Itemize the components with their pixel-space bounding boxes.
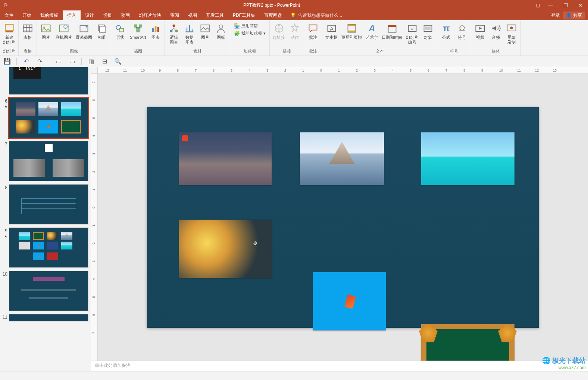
- hyperlink-button[interactable]: 超链接: [271, 22, 287, 41]
- object-button[interactable]: 对象: [420, 22, 435, 41]
- picture2-button[interactable]: 图片: [198, 22, 213, 41]
- slide-image-beach[interactable]: [421, 132, 514, 185]
- logic-chart-button[interactable]: 逻辑 图表: [166, 22, 181, 45]
- tell-me-icon[interactable]: 💡: [290, 13, 296, 18]
- close-button[interactable]: ✕: [573, 0, 588, 10]
- tab-home[interactable]: 开始: [18, 10, 36, 20]
- comment-button[interactable]: 批注: [306, 22, 320, 41]
- slide-edit-area: 121110987654321012345678910111213 765432…: [91, 67, 588, 371]
- new-slide-button[interactable]: 新建 幻灯片: [1, 22, 17, 45]
- qat-btn-3[interactable]: ▥: [87, 57, 95, 66]
- ribbon-display-options-icon[interactable]: ⎘: [0, 3, 11, 8]
- icon-button[interactable]: 图标: [213, 22, 228, 41]
- horizontal-ruler[interactable]: 121110987654321012345678910111213: [98, 67, 588, 74]
- slide-number-5: [2, 67, 9, 95]
- qat-btn-4[interactable]: ⊟: [100, 57, 109, 66]
- equation-button[interactable]: π 公式: [439, 22, 454, 41]
- datetime-button[interactable]: 日期和时间: [380, 22, 404, 41]
- svg-point-38: [510, 26, 513, 29]
- video-button[interactable]: 视频: [473, 22, 488, 41]
- symbol-button[interactable]: Ω 符号: [454, 22, 469, 41]
- table-button[interactable]: 表格: [20, 22, 35, 41]
- my-addins-button[interactable]: 🧩 我的加载项 ▾: [232, 30, 267, 37]
- svg-text:#: #: [411, 26, 414, 31]
- slide-thumb-7[interactable]: [9, 141, 88, 181]
- vertical-ruler[interactable]: 765432101234567: [91, 74, 98, 361]
- group-illustrations-label: 插图: [113, 48, 163, 55]
- tab-animations[interactable]: 动画: [116, 10, 134, 20]
- slide-image-chalkboard[interactable]: [421, 324, 514, 361]
- data-chart-button[interactable]: 数据 图表: [182, 22, 197, 45]
- comment-icon: [307, 22, 319, 34]
- slide-thumb-5[interactable]: ε=mc²: [9, 67, 88, 95]
- slide-number-11: 11: [2, 314, 9, 321]
- tab-pdf[interactable]: PDF工具集: [228, 10, 260, 20]
- header-footer-button[interactable]: 页眉和页脚: [340, 22, 363, 41]
- data-chart-icon: [184, 22, 196, 34]
- screenshot-icon: [78, 22, 90, 34]
- online-pictures-button[interactable]: 联机图片: [54, 22, 74, 41]
- slide-image-office-logo[interactable]: [313, 272, 386, 330]
- photo-album-button[interactable]: 相册: [94, 22, 109, 41]
- tab-developer[interactable]: 开发工具: [201, 10, 228, 20]
- audio-button[interactable]: 音频: [488, 22, 503, 41]
- shapes-button[interactable]: 形状: [113, 22, 128, 41]
- tab-insert[interactable]: 插入: [63, 10, 81, 20]
- slide-thumb-6[interactable]: [9, 98, 88, 138]
- pictures-button[interactable]: 图片: [38, 22, 53, 41]
- screen-recording-icon: [506, 22, 517, 34]
- slide-thumb-8[interactable]: [9, 184, 88, 224]
- action-button[interactable]: 动作: [287, 22, 302, 41]
- slide-canvas-wrapper[interactable]: ✥: [98, 74, 588, 361]
- textbox-button[interactable]: A 文本框: [324, 22, 339, 41]
- slide-canvas[interactable]: ✥: [147, 107, 539, 328]
- slide-thumb-10[interactable]: [9, 271, 88, 311]
- svg-rect-1: [23, 25, 32, 32]
- slide-thumbnail-panel[interactable]: ε=mc² 6★ 7 8: [0, 67, 91, 371]
- login-link[interactable]: 登录: [551, 12, 560, 19]
- minimize-button[interactable]: —: [543, 0, 558, 10]
- screen-recording-button[interactable]: 屏幕 录制: [504, 22, 519, 45]
- tab-baidu[interactable]: 百度网盘: [260, 10, 287, 20]
- tell-me-input[interactable]: 告诉我您想要做什么...: [298, 12, 342, 19]
- logic-chart-icon: [168, 22, 180, 34]
- tab-mytemplates[interactable]: 我的模板: [36, 10, 63, 20]
- slide-number-icon: #: [406, 22, 418, 34]
- screenshot-button[interactable]: 屏幕截图: [74, 22, 94, 41]
- tab-design[interactable]: 设计: [81, 10, 98, 20]
- wordart-button[interactable]: A 艺术字: [364, 22, 379, 41]
- maximize-button[interactable]: ☐: [558, 0, 573, 10]
- slide-thumb-9[interactable]: [9, 227, 88, 268]
- office-badge-icon: [182, 135, 188, 141]
- store-button[interactable]: 🏪 应用商店: [232, 22, 267, 29]
- qat-btn-1[interactable]: ▭: [54, 57, 63, 66]
- notes-pane[interactable]: 单击此处添加备注: [91, 361, 588, 371]
- slide-image-leaf[interactable]: ✥: [179, 220, 272, 278]
- save-button[interactable]: 💾: [3, 57, 11, 66]
- icon-icon: [215, 22, 227, 34]
- slide-number-button[interactable]: # 幻灯片 编号: [404, 22, 420, 45]
- group-tables-label: 表格: [20, 48, 35, 55]
- slide-thumb-11[interactable]: [9, 314, 88, 321]
- window-title: PPT教程2.pptx - PowerPoint: [11, 2, 532, 9]
- tab-file[interactable]: 文件: [0, 10, 18, 20]
- slide-image-city[interactable]: [179, 132, 272, 185]
- group-source-label: 素材: [166, 48, 228, 55]
- ribbon-options-icon[interactable]: ▢: [532, 3, 543, 8]
- tab-slideshow[interactable]: 幻灯片放映: [134, 10, 166, 20]
- tab-transitions[interactable]: 切换: [98, 10, 116, 20]
- redo-button[interactable]: ↷: [35, 57, 44, 66]
- chart-button[interactable]: 图表: [148, 22, 163, 41]
- qat-btn-5[interactable]: 🔍: [114, 57, 122, 66]
- qat-btn-2[interactable]: ▭: [68, 57, 76, 66]
- tab-review[interactable]: 审阅: [166, 10, 184, 20]
- share-button[interactable]: 👤 共享: [563, 12, 585, 19]
- chart-icon: [150, 22, 162, 34]
- ribbon: 新建 幻灯片 幻灯片 表格 表格 图片 联机图片 屏幕截图: [0, 20, 588, 56]
- slide-image-mountain[interactable]: [300, 132, 384, 185]
- tab-view[interactable]: 视图: [184, 10, 201, 20]
- emc-thumb-image: ε=mc²: [13, 67, 41, 79]
- smartart-button[interactable]: SmartArt: [128, 22, 147, 41]
- undo-button[interactable]: ↶: [22, 57, 30, 66]
- online-pictures-icon: [58, 22, 70, 34]
